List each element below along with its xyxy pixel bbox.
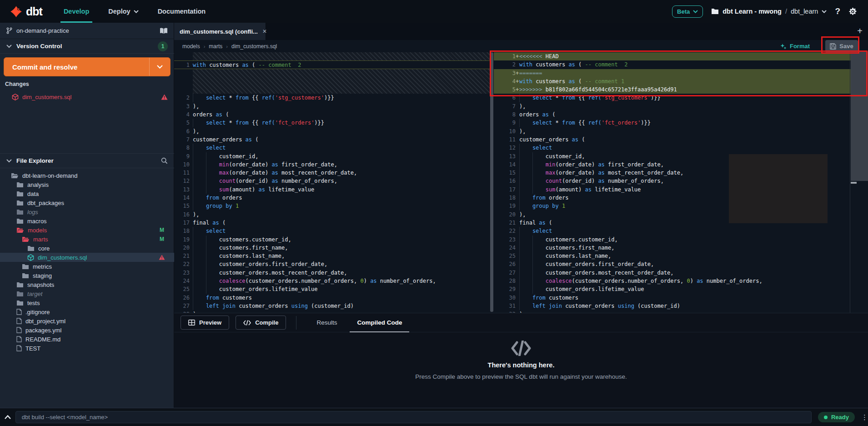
code-line[interactable]: 7customer_orders as ( [174, 135, 490, 144]
code-line[interactable]: 15group by 1 [174, 202, 490, 210]
nav-develop[interactable]: Develop [54, 0, 99, 23]
code-line[interactable]: 12count(order_id) as number_of_orders, [174, 177, 490, 185]
tree-item-snapshots[interactable]: snapshots [0, 280, 174, 289]
scrollbar-thumb[interactable] [851, 182, 857, 184]
save-button[interactable]: Save [825, 40, 858, 53]
beta-badge[interactable]: Beta [672, 5, 703, 18]
tree-item-readme-md[interactable]: README.md [0, 335, 174, 344]
code-line[interactable]: 30from customers [494, 294, 868, 302]
file-explorer-section-header[interactable]: File Explorer [0, 153, 174, 168]
code-line[interactable]: 8orders as ( [494, 110, 868, 119]
code-line[interactable]: 13sum(amount) as lifetime_value [174, 185, 490, 194]
code-line[interactable]: 20customers.first_name, [174, 244, 490, 252]
code-line[interactable]: 6), [174, 127, 490, 135]
code-line[interactable]: 7), [494, 102, 868, 110]
code-line[interactable]: 8select [174, 144, 490, 152]
new-tab-icon[interactable]: + [857, 26, 863, 36]
tree-item-target[interactable]: target [0, 289, 174, 298]
code-line[interactable]: 23customers.customer_id, [494, 236, 868, 244]
code-line[interactable]: 3+======= [494, 69, 868, 77]
chevron-up-icon[interactable] [0, 415, 15, 419]
search-icon[interactable] [161, 157, 168, 164]
code-line[interactable]: 26customer_orders.first_order_date, [494, 260, 868, 268]
gear-icon[interactable] [848, 7, 857, 16]
tree-item-metrics[interactable]: metrics [0, 262, 174, 271]
code-line[interactable]: 4+with customers as ( -- comment 1 [494, 77, 868, 85]
code-line[interactable]: 17final as ( [174, 219, 490, 227]
code-line[interactable]: 19customers.customer_id, [174, 236, 490, 244]
code-line[interactable]: 11customer_orders as ( [494, 135, 868, 144]
code-line[interactable]: 25customer_orders.lifetime_value [174, 285, 490, 293]
nav-deploy[interactable]: Deploy [99, 0, 148, 23]
code-line[interactable]: 1with customers as ( -- comment 2 [174, 60, 490, 69]
tree-item-dim-customers-sql[interactable]: dim_customers.sql [0, 253, 174, 262]
left-editor[interactable]: 1with customers as ( -- comment 22select… [174, 52, 490, 313]
preview-button[interactable]: Preview [181, 316, 229, 330]
tree-item-core[interactable]: core [0, 244, 174, 253]
editor-tab[interactable]: dim_customers.sql (confli... ✕ [174, 23, 266, 40]
help-icon[interactable]: ? [835, 6, 840, 16]
code-line[interactable]: 22select [494, 227, 868, 235]
breadcrumb-file[interactable]: dim_customers.sql [231, 43, 277, 50]
tree-item-logs[interactable]: logs [0, 207, 174, 216]
tab-close-icon[interactable]: ✕ [262, 28, 267, 35]
code-line[interactable]: 21customers.last_name, [174, 252, 490, 260]
book-icon[interactable] [160, 28, 168, 34]
tree-item-macros[interactable]: macros [0, 216, 174, 226]
code-line[interactable]: 25customers.last_name, [494, 252, 868, 260]
code-line[interactable]: 10), [494, 127, 868, 135]
version-control-section-header[interactable]: Version Control 1 [0, 39, 174, 54]
commit-and-resolve-button[interactable]: Commit and resolve [4, 57, 171, 76]
dbt-logo[interactable]: dbt [0, 5, 54, 18]
code-line[interactable]: 5select * from {{ ref('fct_orders')}} [174, 119, 490, 127]
tree-item-tests[interactable]: tests [0, 298, 174, 307]
tree-item-staging[interactable]: staging [0, 271, 174, 280]
branch-row[interactable]: on-demand-practice [0, 23, 174, 39]
code-line[interactable]: 2with customers as ( -- comment 2 [494, 60, 868, 69]
format-button[interactable]: Format [780, 43, 810, 50]
breadcrumb-models[interactable]: models [182, 43, 200, 50]
project-breadcrumb[interactable]: dbt Learn - mwong / dbt_learn [711, 8, 827, 15]
code-line[interactable]: 9select * from {{ ref('fct_orders')}} [494, 119, 868, 127]
code-line[interactable]: 31left join customer_orders using (custo… [494, 302, 868, 310]
code-line[interactable]: 27customer_orders.most_recent_order_date… [494, 269, 868, 277]
breadcrumb-marts[interactable]: marts [209, 43, 222, 50]
kebab-menu-icon[interactable]: ⋮ [861, 413, 868, 421]
code-line[interactable]: 10min(order_date) as first_order_date, [174, 160, 490, 169]
code-line[interactable]: 4orders as ( [174, 110, 490, 119]
code-line[interactable]: 14from orders [174, 194, 490, 202]
code-line[interactable]: 18select [174, 227, 490, 235]
tree-item-dbt-project-yml[interactable]: dbt_project.yml [0, 316, 174, 326]
code-line[interactable]: 24customers.first_name, [494, 244, 868, 252]
tree-item-packages-yml[interactable]: packages.yml [0, 326, 174, 335]
tab-compiled-code[interactable]: Compiled Code [347, 313, 412, 332]
tree-item-dbt-learn-on-demand[interactable]: dbt-learn-on-demand [0, 171, 174, 180]
tree-item-dbt-packages[interactable]: dbt_packages [0, 198, 174, 207]
tree-item--gitignore[interactable]: .gitignore [0, 307, 174, 316]
code-line[interactable]: 26from customers [174, 294, 490, 302]
code-line[interactable]: 28coalesce(customer_orders.number_of_ord… [494, 277, 868, 285]
tab-results[interactable]: Results [306, 313, 347, 332]
left-editor-scrollbar[interactable] [490, 52, 493, 312]
tree-item-marts[interactable]: martsM [0, 235, 174, 244]
code-line[interactable]: 11max(order_date) as most_recent_order_d… [174, 169, 490, 177]
code-line[interactable]: 12select [494, 144, 868, 152]
code-line[interactable]: 16), [174, 210, 490, 219]
tree-item-test[interactable]: TEST [0, 344, 174, 353]
ready-status-badge[interactable]: Ready [818, 412, 855, 422]
tree-item-models[interactable]: modelsM [0, 226, 174, 235]
tree-item-data[interactable]: data [0, 189, 174, 198]
code-line[interactable]: 24coalesce(customer_orders.number_of_ord… [174, 277, 490, 285]
compile-button[interactable]: Compile [236, 316, 286, 330]
code-line[interactable]: 3), [174, 102, 490, 110]
code-line[interactable]: 2select * from {{ ref('stg_customers')}} [174, 94, 490, 102]
changed-file-row[interactable]: dim_customers.sql [0, 92, 174, 102]
nav-documentation[interactable]: Documentation [148, 0, 216, 23]
code-line[interactable]: 29customer_orders.lifetime_value [494, 285, 868, 293]
code-line[interactable]: 27left join customer_orders using (custo… [174, 302, 490, 310]
right-editor-scrollbar[interactable] [851, 51, 868, 181]
code-line[interactable]: 6select * from {{ ref('stg_customers')}} [494, 94, 868, 102]
tree-item-analysis[interactable]: analysis [0, 180, 174, 189]
commit-dropdown-chevron[interactable] [149, 58, 170, 76]
code-line[interactable]: 5+>>>>>>> b81f802a66fd544504c65721e3ffaa… [494, 85, 868, 94]
